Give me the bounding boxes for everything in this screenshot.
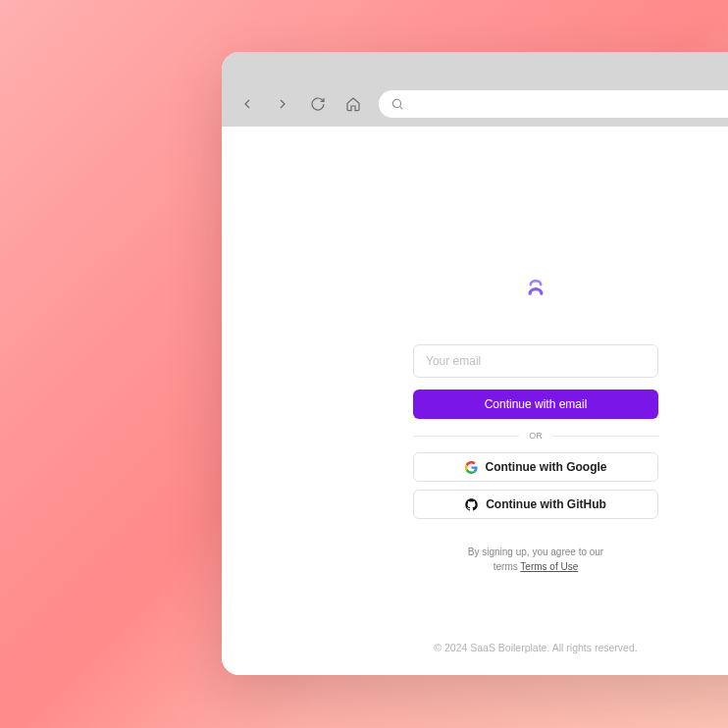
continue-github-button[interactable]: Continue with GitHub bbox=[413, 490, 658, 519]
chevron-right-icon bbox=[275, 96, 290, 112]
continue-google-button[interactable]: Continue with Google bbox=[413, 452, 658, 482]
svg-line-1 bbox=[400, 107, 403, 110]
home-button[interactable] bbox=[338, 90, 369, 118]
github-button-label: Continue with GitHub bbox=[486, 497, 606, 511]
svg-point-0 bbox=[392, 99, 400, 107]
toolbar bbox=[222, 87, 728, 127]
search-icon bbox=[390, 97, 404, 111]
forward-button[interactable] bbox=[267, 90, 298, 118]
app-logo bbox=[523, 276, 548, 305]
refresh-button[interactable] bbox=[302, 90, 334, 118]
page-content: Continue with email OR Continue with Goo… bbox=[222, 127, 728, 675]
divider-text: OR bbox=[529, 431, 543, 441]
google-icon bbox=[465, 461, 478, 474]
github-icon bbox=[465, 498, 478, 511]
titlebar bbox=[222, 52, 728, 87]
legal-terms-word: terms bbox=[494, 561, 518, 572]
footer-text: © 2024 SaaS Boilerplate. All rights rese… bbox=[222, 642, 728, 653]
chevron-left-icon bbox=[239, 96, 255, 112]
legal-prefix: By signing up, you agree to our bbox=[468, 546, 603, 557]
back-button[interactable] bbox=[232, 90, 263, 118]
legal-text: By signing up, you agree to our terms Te… bbox=[413, 545, 658, 574]
refresh-icon bbox=[310, 96, 326, 112]
email-field[interactable] bbox=[413, 344, 658, 378]
divider: OR bbox=[413, 431, 658, 441]
logo-icon bbox=[523, 276, 548, 301]
auth-form: Continue with email OR Continue with Goo… bbox=[413, 344, 658, 574]
continue-email-button[interactable]: Continue with email bbox=[413, 390, 658, 419]
divider-line bbox=[552, 436, 658, 437]
browser-window: Continue with email OR Continue with Goo… bbox=[222, 52, 728, 675]
url-bar[interactable] bbox=[379, 90, 728, 118]
home-icon bbox=[345, 96, 361, 112]
google-button-label: Continue with Google bbox=[486, 460, 607, 474]
divider-line bbox=[413, 436, 519, 437]
terms-link[interactable]: Terms of Use bbox=[520, 561, 578, 572]
